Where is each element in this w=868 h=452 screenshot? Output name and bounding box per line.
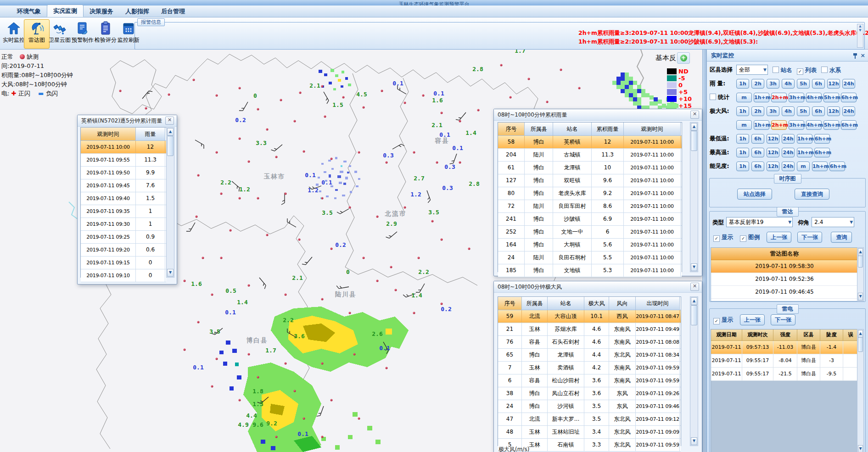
close-icon[interactable]: × (861, 50, 865, 61)
table-row[interactable]: 2019-07-11 09:351 (81, 205, 166, 218)
range-button-12h[interactable]: 12h (767, 134, 779, 144)
column-header[interactable]: 站名 (548, 297, 584, 310)
toolbar-button-预警制作[interactable]: 预警制作 (70, 19, 95, 49)
table-row[interactable]: 2019-07-11 09:150 (81, 257, 166, 269)
table-row[interactable]: 2019-07-11 09:200.6 (81, 244, 166, 257)
scroll-up-icon[interactable]: ▲ (691, 123, 697, 131)
range-button-12h[interactable]: 12h (827, 79, 840, 89)
range-button-24h[interactable]: 24h (782, 148, 795, 157)
radar-elev-select[interactable]: 2.4 ▼ (812, 217, 854, 227)
table-row[interactable]: 80博白老虎头水库9.22019-07-11 10:00 (498, 187, 682, 200)
range-button-6h[interactable]: 6h (812, 79, 825, 89)
range-button-1h+m[interactable]: 1h+m (797, 148, 812, 157)
列表-checkbox[interactable]: ✓ (797, 68, 803, 75)
range-button-5h+m[interactable]: 5h+m (823, 93, 839, 102)
close-icon[interactable]: ✕ (165, 117, 174, 125)
table-row[interactable]: 58博白英桥镇122019-07-11 10:00 (498, 136, 682, 149)
stat-checkbox[interactable] (710, 94, 716, 100)
table-row[interactable]: 47北流新丰大罗...3.5东北风2019-07-11 09:12 (498, 413, 681, 426)
站名-checkbox[interactable] (773, 67, 779, 73)
radar-legend-checkbox[interactable]: ✓ (740, 235, 746, 242)
range-button-6h+m[interactable]: 6h+m (841, 120, 857, 130)
district-select[interactable]: 全部 ▼ (736, 65, 768, 75)
range-button-5h[interactable]: 5h (797, 106, 810, 116)
column-header[interactable]: 序号 (498, 297, 522, 310)
scrollbar[interactable]: ▲ ▼ (857, 329, 864, 452)
table-row[interactable]: 59北流大容山顶10.1西风2019-07-11 08:47 (498, 310, 681, 323)
range-button-2h+m[interactable]: 2h+m (771, 93, 787, 102)
radar-image-item[interactable]: 2019-07-11 09:52:36 (711, 273, 858, 286)
column-header[interactable]: 观测时间 (81, 128, 136, 140)
scroll-thumb[interactable] (691, 305, 697, 325)
radar-image-item[interactable]: 2019-07-11 09:40:51 (711, 299, 858, 301)
scrollbar[interactable]: ▲ ▼ (690, 122, 698, 272)
range-button-1h[interactable]: 1h (736, 134, 749, 144)
range-button-2h[interactable]: 2h (751, 106, 764, 116)
table-row[interactable]: 6容县松山沙田村3.6东南风2019-07-11 09:59 (498, 374, 681, 387)
table-row[interactable]: 164博白大垌镇5.62019-07-11 10:00 (498, 239, 682, 251)
table-row[interactable]: 2019-07-11 09:301 (81, 218, 166, 231)
range-button-1h[interactable]: 1h (736, 162, 749, 171)
range-button-4h+m[interactable]: 4h+m (806, 93, 822, 102)
column-header[interactable]: 序号 (498, 123, 525, 135)
window-titlebar[interactable]: 08时~10时00分钟极大风 ✕ (494, 281, 702, 293)
toolbar-button-实时监控[interactable]: 实时监控 (1, 19, 27, 49)
table-row[interactable]: 72陆川良田车田村8.62019-07-11 10:00 (498, 200, 682, 213)
range-button-6h[interactable]: 6h (751, 162, 764, 171)
range-button-4h[interactable]: 4h (782, 79, 795, 89)
range-button-m[interactable]: m (736, 120, 752, 130)
scroll-down-icon[interactable]: ▼ (691, 437, 697, 445)
scroll-down-icon[interactable]: ▼ (858, 445, 863, 452)
table-row[interactable]: 2019-07-11 09:401.5 (81, 192, 166, 205)
menu-tab-决策服务[interactable]: 决策服务 (84, 6, 119, 17)
table-row[interactable]: 24陆川良田石垌村5.52019-07-11 10:00 (498, 251, 682, 264)
table-row[interactable]: 2019-07-11 10:0012 (81, 141, 166, 154)
table-row[interactable]: 76容县石头石剑村4.6东南风2019-07-11 08:08 (498, 336, 681, 349)
range-button-1h[interactable]: 1h (736, 148, 749, 157)
pin-icon[interactable] (853, 51, 858, 63)
table-row[interactable]: 38博白凤山立石村3.6东风2019-07-11 09:26 (498, 387, 681, 400)
range-button-6h[interactable]: 6h (751, 134, 764, 144)
scroll-thumb[interactable] (167, 136, 174, 156)
column-header[interactable]: 极大风 (584, 297, 609, 310)
range-button-3h+m[interactable]: 3h+m (789, 120, 804, 130)
alarm-scrollbar[interactable]: ▲▼ (857, 24, 863, 48)
column-header[interactable]: 观测时次 (742, 329, 773, 340)
range-button-12h[interactable]: 12h (767, 162, 779, 171)
range-button-2h[interactable]: 2h (751, 79, 764, 89)
scroll-down-icon[interactable]: ▼ (691, 263, 697, 271)
scrollbar[interactable]: ▲ ▼ (857, 247, 864, 301)
column-header[interactable]: 误 (843, 329, 859, 340)
menu-tab-人影指挥[interactable]: 人影指挥 (119, 6, 155, 17)
range-button-6h+m[interactable]: 6h+m (814, 134, 830, 144)
menu-tab-后台管理[interactable]: 后台管理 (155, 6, 191, 17)
scrollbar[interactable]: ▲ ▼ (166, 127, 174, 278)
scroll-thumb[interactable] (858, 256, 863, 268)
scroll-thumb[interactable] (691, 131, 697, 151)
range-button-1h+m[interactable]: 1h+m (754, 93, 769, 102)
table-row[interactable]: 61博白龙潭镇102019-07-11 10:00 (498, 162, 682, 174)
radar-show-checkbox[interactable]: ✓ (713, 235, 720, 242)
range-button-2h+m[interactable]: 2h+m (771, 120, 787, 130)
table-row[interactable]: 24博白沙河镇3.5东风2019-07-11 09:46 (498, 400, 681, 413)
range-button-3h[interactable]: 3h (767, 79, 779, 89)
scroll-up-icon[interactable]: ▲ (858, 330, 863, 338)
table-row[interactable]: 127博白双旺镇9.62019-07-11 10:00 (498, 174, 682, 187)
range-button-6h+m[interactable]: 6h+m (814, 148, 830, 157)
radar-type-select[interactable]: 基本反射率19 ▼ (726, 217, 793, 227)
range-button-m[interactable]: m (797, 162, 810, 171)
scrollbar[interactable]: ▲ ▼ (690, 296, 698, 446)
range-button-1h[interactable]: 1h (736, 106, 749, 116)
column-header[interactable]: 强度 (773, 329, 797, 340)
range-button-6h[interactable]: 6h (751, 148, 764, 157)
range-button-4h+m[interactable]: 4h+m (806, 120, 822, 130)
radar-query-button[interactable]: 查询 (831, 232, 852, 243)
table-row[interactable]: 241博白沙陂镇6.92019-07-11 10:00 (498, 213, 682, 226)
lightning-next-button[interactable]: 下一张 (771, 314, 795, 325)
radar-next-button[interactable]: 下一张 (797, 232, 822, 243)
table-row[interactable]: 252博白文地一中62019-07-11 10:00 (498, 226, 682, 239)
range-button-24h[interactable]: 24h (782, 134, 795, 144)
table-row[interactable]: 2019-07-11 09:509.9 (81, 167, 166, 179)
toolbar-button-雷达图[interactable]: 雷达图 (24, 19, 50, 49)
column-header[interactable]: 所属县 (522, 297, 548, 310)
